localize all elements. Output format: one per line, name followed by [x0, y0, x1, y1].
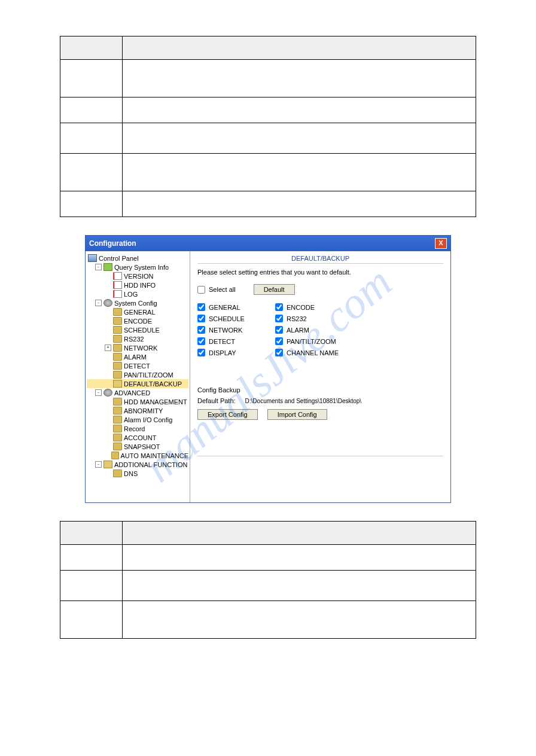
select-all-row[interactable]: Select all: [197, 286, 236, 294]
td: [123, 191, 476, 217]
tree-item[interactable]: RS232: [87, 334, 188, 343]
tree-item[interactable]: DEFAULT/BACKUP: [87, 379, 188, 388]
select-all-checkbox[interactable]: [197, 286, 205, 294]
td: [60, 97, 123, 123]
option-checkbox[interactable]: [275, 303, 283, 311]
divider: [197, 456, 443, 456]
tree-group[interactable]: -ADDTIONAL FUNCTION: [87, 460, 188, 469]
tree-item-label: SNAPSHOT: [124, 443, 160, 450]
configuration-window: Configuration X Control Panel -Query Sys…: [85, 235, 451, 503]
td: [60, 571, 123, 601]
option-checkbox[interactable]: [275, 326, 283, 334]
tree-item-label: ACCOUNT: [124, 434, 156, 441]
option-row[interactable]: PAN/TILT/ZOOM: [275, 337, 371, 345]
option-row[interactable]: ALARM: [275, 326, 371, 334]
option-checkbox[interactable]: [197, 337, 205, 345]
window-title: Configuration: [89, 239, 136, 248]
folder-icon: [113, 353, 122, 361]
tree-item[interactable]: +NETWORK: [87, 343, 188, 352]
folder-icon: [113, 335, 122, 343]
option-checkbox[interactable]: [197, 303, 205, 311]
titlebar: Configuration X: [86, 236, 450, 251]
option-row[interactable]: NETWORK: [197, 326, 275, 334]
default-button[interactable]: Default: [254, 284, 295, 295]
td: [123, 601, 476, 639]
tree-item[interactable]: Alarm I/O Config: [87, 415, 188, 424]
tree-group[interactable]: -Query System Info: [87, 263, 188, 272]
tree-item[interactable]: DNS: [87, 469, 188, 478]
panel-heading: DEFAULT/BACKUP: [197, 254, 443, 264]
close-icon[interactable]: X: [435, 238, 447, 249]
option-label: RS232: [287, 315, 307, 322]
option-row[interactable]: DETECT: [197, 337, 275, 345]
td: [60, 60, 123, 97]
tree-item-label: AUTO MAINTENANCE: [121, 452, 188, 459]
brush-icon: [103, 263, 112, 271]
option-row[interactable]: GENERAL: [197, 303, 275, 311]
td: [60, 154, 123, 191]
td: [123, 60, 476, 97]
tree-item[interactable]: HDD INFO: [87, 281, 188, 289]
option-checkbox[interactable]: [197, 326, 205, 334]
tree-item-label: DEFAULT/BACKUP: [124, 380, 182, 388]
tree-item[interactable]: GENERAL: [87, 307, 188, 316]
option-label: SCHEDULE: [209, 315, 245, 322]
option-label: NETWORK: [209, 327, 242, 334]
toggle-icon[interactable]: -: [95, 389, 102, 396]
tree-item[interactable]: ACCOUNT: [87, 433, 188, 442]
option-row[interactable]: CHANNEL NAME: [275, 349, 371, 356]
option-label: DISPLAY: [209, 349, 236, 356]
tree-item[interactable]: VERSION: [87, 272, 188, 281]
folder-icon: [113, 416, 122, 423]
tree-item[interactable]: ENCODE: [87, 316, 188, 325]
import-config-button[interactable]: Import Config: [267, 409, 327, 420]
tree-item[interactable]: PAN/TILT/ZOOM: [87, 370, 188, 379]
tree-item[interactable]: SNAPSHOT: [87, 442, 188, 451]
folder-icon: [113, 362, 122, 370]
td: [60, 601, 123, 639]
option-checkbox[interactable]: [275, 349, 283, 356]
option-row[interactable]: DISPLAY: [197, 349, 275, 356]
tree-item[interactable]: HDD MANAGEMENT: [87, 397, 188, 406]
th: [123, 36, 476, 60]
folder-icon: [113, 425, 122, 432]
tree-item-label: GENERAL: [124, 309, 156, 316]
tree-item[interactable]: SCHEDULE: [87, 325, 188, 334]
option-checkbox[interactable]: [275, 315, 283, 322]
option-checkbox[interactable]: [197, 315, 205, 322]
tree-item[interactable]: DETECT: [87, 361, 188, 370]
option-checkbox[interactable]: [275, 337, 283, 345]
tree-item-label: ALARM: [124, 353, 147, 361]
default-path-label: Default Path:: [197, 397, 236, 404]
top-table: [60, 36, 476, 217]
option-row[interactable]: SCHEDULE: [197, 315, 275, 322]
export-config-button[interactable]: Export Config: [197, 409, 258, 420]
option-row[interactable]: RS232: [275, 315, 371, 322]
tree-root[interactable]: Control Panel: [87, 254, 188, 263]
tree-group[interactable]: -ADVANCED: [87, 388, 188, 397]
option-checkbox[interactable]: [197, 349, 205, 356]
tree-item-label: PAN/TILT/ZOOM: [124, 371, 173, 379]
td: [123, 154, 476, 191]
content-pane: DEFAULT/BACKUP Please select setting ent…: [190, 251, 450, 502]
folder-icon: [113, 443, 122, 450]
tree-item[interactable]: ALARM: [87, 352, 188, 361]
option-label: CHANNEL NAME: [287, 349, 339, 356]
tree-item[interactable]: AUTO MAINTENANCE: [87, 451, 188, 460]
toggle-icon[interactable]: -: [95, 300, 102, 306]
td: [60, 123, 123, 154]
folder-icon: [111, 452, 118, 459]
tree-group-label: Query System Info: [114, 264, 169, 271]
tree-pane: Control Panel -Query System InfoVERSIONH…: [86, 251, 190, 502]
option-row[interactable]: ENCODE: [275, 303, 371, 311]
tree-item-label: HDD MANAGEMENT: [124, 398, 187, 406]
tree-item[interactable]: LOG: [87, 289, 188, 298]
tree-item-label: NETWORK: [124, 345, 157, 352]
tree-item[interactable]: ABNORMITY: [87, 406, 188, 415]
tree-group[interactable]: -System Config: [87, 298, 188, 307]
toggle-icon[interactable]: +: [105, 345, 111, 351]
toggle-icon[interactable]: -: [95, 461, 102, 468]
toggle-icon[interactable]: -: [95, 264, 102, 270]
tree-item[interactable]: Record: [87, 424, 188, 433]
tree-item-label: Record: [124, 425, 145, 432]
